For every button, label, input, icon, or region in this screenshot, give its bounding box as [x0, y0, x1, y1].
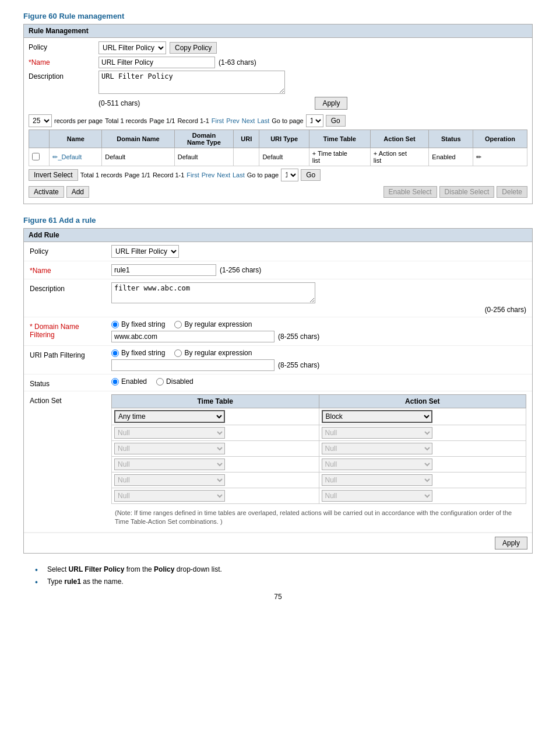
- ast-row-1: Any time Block: [112, 408, 526, 425]
- ar-status-row: Status Enabled Disabled: [24, 374, 532, 391]
- timetable-select-4[interactable]: Null: [114, 459, 225, 470]
- ast-row-2: Null Null: [112, 425, 526, 441]
- figure60-title: Figure 60 Rule management: [23, 12, 533, 20]
- records-per-page-select[interactable]: 25: [29, 114, 52, 127]
- delete-button[interactable]: Delete: [497, 186, 527, 198]
- first-link-bottom[interactable]: First: [186, 172, 199, 178]
- first-link[interactable]: First: [212, 117, 224, 124]
- timetable-select-5[interactable]: Null: [114, 474, 225, 486]
- total-records-bottom: Total 1 records: [80, 172, 122, 178]
- ar-status-enabled-radio[interactable]: Enabled: [111, 377, 147, 386]
- ar-domain-value-input[interactable]: [111, 331, 275, 342]
- rule-management-table: Name Domain Name DomainName Type URI URI…: [29, 130, 527, 166]
- row-checkbox[interactable]: [32, 153, 40, 160]
- actionset-select-4[interactable]: Null: [322, 459, 432, 470]
- name-label: *Name: [29, 57, 98, 66]
- actionset-select-2[interactable]: Null: [322, 427, 432, 439]
- activate-button[interactable]: Activate: [29, 186, 64, 198]
- ar-uri-regex-radio[interactable]: By regular expression: [174, 349, 252, 357]
- default-link[interactable]: ✏_Default: [52, 153, 82, 160]
- record-bottom: Record 1-1: [153, 172, 184, 178]
- goto-page-select[interactable]: 1: [306, 114, 323, 127]
- ar-policy-select[interactable]: URL Filter Policy: [111, 245, 179, 258]
- prev-link[interactable]: Prev: [226, 117, 240, 124]
- ar-apply-button[interactable]: Apply: [495, 537, 527, 550]
- name-input[interactable]: [98, 57, 215, 68]
- description-hint: (0-511 chars): [98, 99, 140, 107]
- timetable-select-3[interactable]: Null: [114, 443, 225, 454]
- ar-domain-hint: (8-255 chars): [278, 332, 319, 341]
- invert-select-button[interactable]: Invert Select: [29, 169, 78, 181]
- ast-row-4: Null Null: [112, 457, 526, 473]
- ast-row-5: Null Null: [112, 473, 526, 488]
- actionset-select-3[interactable]: Null: [322, 443, 432, 454]
- ar-name-row: *Name (1-256 chars): [24, 261, 532, 279]
- td-status: Enabled: [429, 148, 473, 166]
- last-link-bottom[interactable]: Last: [233, 172, 245, 178]
- copy-policy-button[interactable]: Copy Policy: [170, 42, 217, 54]
- records-per-page-label: records per page: [54, 117, 103, 124]
- description-label: Description: [29, 71, 98, 80]
- timetable-select-6[interactable]: Null: [114, 490, 225, 502]
- timetable-select-2[interactable]: Null: [114, 427, 225, 439]
- actionset-select-6[interactable]: Null: [322, 490, 432, 502]
- th-status: Status: [429, 130, 473, 148]
- bullet-list: Select URL Filter Policy from the Policy…: [35, 565, 521, 587]
- ar-domain-radio-group: By fixed string By regular expression: [111, 320, 526, 328]
- ar-domain-row: * Domain Name Filtering By fixed string …: [24, 317, 532, 346]
- total-records: Total 1 records: [105, 117, 147, 124]
- ar-name-label: *Name: [30, 264, 111, 275]
- policy-select[interactable]: URL Filter Policy: [98, 41, 166, 54]
- actionset-select-5[interactable]: Null: [322, 474, 432, 486]
- ar-status-disabled-radio[interactable]: Disabled: [156, 377, 193, 386]
- td-uri-type: Default: [259, 148, 309, 166]
- ast-th-actionset: Action Set: [319, 395, 526, 408]
- bullet-text-2: Type rule1 as the name.: [47, 578, 124, 586]
- ar-description-row: Description filter www.abc.com (0-256 ch…: [24, 279, 532, 317]
- td-action-set: + Action setlist: [370, 148, 429, 166]
- th-uri-type: URI Type: [259, 130, 309, 148]
- pagination-top: 25 records per page Total 1 records Page…: [29, 112, 527, 130]
- page-bottom: Page 1/1: [125, 172, 150, 178]
- ar-description-textarea[interactable]: filter www.abc.com: [111, 282, 315, 303]
- go-button-bottom[interactable]: Go: [301, 169, 321, 181]
- goto-label: Go to page: [272, 117, 303, 124]
- figure61-title: Figure 61 Add a rule: [23, 216, 533, 225]
- td-uri: [234, 148, 259, 166]
- add-button[interactable]: Add: [66, 186, 89, 198]
- bottom-action-bar: Activate Add Enable Select Disable Selec…: [29, 184, 527, 200]
- ar-domain-regex-radio[interactable]: By regular expression: [174, 320, 252, 328]
- ast-row-3: Null Null: [112, 441, 526, 457]
- description-textarea[interactable]: URL Filter Policy: [98, 71, 285, 94]
- next-link-bottom[interactable]: Next: [217, 172, 230, 178]
- ast-row-6: Null Null: [112, 488, 526, 504]
- policy-label: Policy: [29, 41, 98, 51]
- rule-management-header: Rule Management: [24, 24, 532, 38]
- td-operation[interactable]: ✏: [473, 148, 527, 166]
- rm-apply-button[interactable]: Apply: [315, 97, 347, 110]
- enable-select-button[interactable]: Enable Select: [383, 186, 437, 198]
- go-button-top[interactable]: Go: [326, 115, 346, 127]
- actionset-select-1[interactable]: Block: [322, 410, 432, 423]
- ar-uri-fixed-radio[interactable]: By fixed string: [111, 349, 165, 357]
- ast-th-timetable: Time Table: [112, 395, 319, 408]
- timetable-select-1[interactable]: Any time: [114, 410, 225, 423]
- th-name: Name: [50, 130, 102, 148]
- prev-link-bottom[interactable]: Prev: [202, 172, 215, 178]
- action-set-table: Time Table Action Set Any time: [111, 394, 526, 504]
- ar-uri-row: URI Path Filtering By fixed string By re…: [24, 346, 532, 374]
- goto-page-select-bottom[interactable]: 1: [281, 169, 298, 181]
- ar-description-label: Description: [30, 282, 111, 293]
- ar-domain-fixed-radio[interactable]: By fixed string: [111, 320, 165, 328]
- td-domain-name: Default: [102, 148, 174, 166]
- th-uri: URI: [234, 130, 259, 148]
- ar-name-input[interactable]: [111, 264, 216, 276]
- ar-uri-value-input[interactable]: [111, 359, 275, 371]
- th-action-set: Action Set: [370, 130, 429, 148]
- next-link[interactable]: Next: [242, 117, 255, 124]
- disable-select-button[interactable]: Disable Select: [439, 186, 495, 198]
- th-operation: Operation: [473, 130, 527, 148]
- last-link[interactable]: Last: [257, 117, 269, 124]
- th-domain-name-type: DomainName Type: [174, 130, 234, 148]
- th-domain-name: Domain Name: [102, 130, 174, 148]
